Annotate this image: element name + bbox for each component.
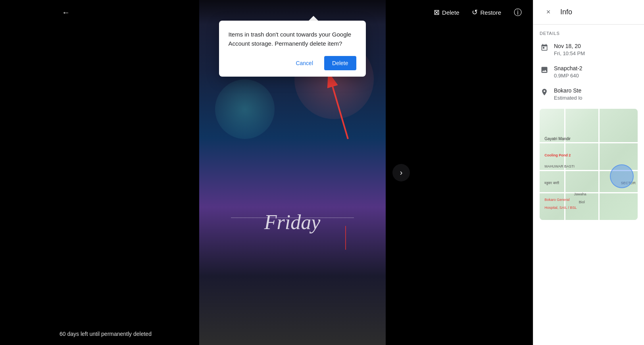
file-name: Snapchat-2	[554, 64, 582, 73]
map-label: महुवार बस्ती	[544, 181, 559, 185]
dialog-caret	[309, 16, 318, 21]
info-panel-title: Info	[560, 8, 572, 16]
dialog-wrapper: Items in trash don't count towards your …	[219, 16, 366, 77]
map-road	[540, 192, 638, 193]
calendar-icon	[540, 43, 549, 52]
info-body: DETAILS Nov 18, 20 Fri, 10:54 PM Snapcha…	[533, 25, 644, 345]
map-area[interactable]: Gayatri Mandir MAHUWAR BASTI महुवार बस्त…	[540, 109, 638, 220]
confirm-dialog: Items in trash don't count towards your …	[219, 21, 366, 77]
file-row: Snapchat-2 0.9MP 640	[540, 64, 638, 79]
map-label: MAHUWAR BASTI	[544, 164, 575, 168]
file-sub: 0.9MP 640	[554, 73, 582, 79]
map-label: Biol	[579, 200, 585, 204]
map-label: Cooling Pond 2	[544, 153, 571, 157]
dialog-message: Items in trash don't count towards your …	[229, 30, 356, 48]
info-close-button[interactable]: ×	[541, 5, 556, 19]
dialog-cancel-button[interactable]: Cancel	[288, 56, 321, 70]
map-label: Jawaha	[574, 192, 586, 196]
file-info: Snapchat-2 0.9MP 640	[554, 64, 582, 79]
map-label: Gayatri Mandir	[544, 137, 571, 141]
map-label: Hospital, SAIL / BSL	[544, 206, 577, 210]
date-sub: Fri, 10:54 PM	[554, 50, 585, 56]
map-placeholder: Gayatri Mandir MAHUWAR BASTI महुवार बस्त…	[540, 109, 638, 220]
location-info: Bokaro Ste Estimated lo	[554, 87, 582, 101]
location-sub: Estimated lo	[554, 95, 582, 101]
map-road	[540, 142, 638, 143]
image-icon	[540, 65, 549, 75]
date-info: Nov 18, 20 Fri, 10:54 PM	[554, 42, 585, 56]
location-icon	[540, 87, 549, 97]
dialog-overlay: Items in trash don't count towards your …	[52, 0, 533, 345]
date-text: Nov 18, 20	[554, 42, 585, 50]
map-label: Bokaro General	[544, 198, 569, 202]
date-row: Nov 18, 20 Fri, 10:54 PM	[540, 42, 638, 56]
location-row: Bokaro Ste Estimated lo	[540, 87, 638, 101]
left-panel	[0, 0, 52, 345]
map-road	[598, 109, 600, 220]
info-sidebar: × Info DETAILS Nov 18, 20 Fri, 10:54 PM	[533, 0, 644, 345]
photo-viewer: ← ⊠ Delete ↺ Restore ⓘ 10:54 PM	[52, 0, 533, 345]
info-header: × Info	[533, 0, 644, 25]
details-section-label: DETAILS	[540, 31, 638, 36]
dialog-delete-button[interactable]: Delete	[324, 56, 356, 70]
dialog-actions: Cancel Delete	[229, 56, 356, 70]
location-text: Bokaro Ste	[554, 87, 582, 95]
location-dot	[610, 164, 634, 188]
